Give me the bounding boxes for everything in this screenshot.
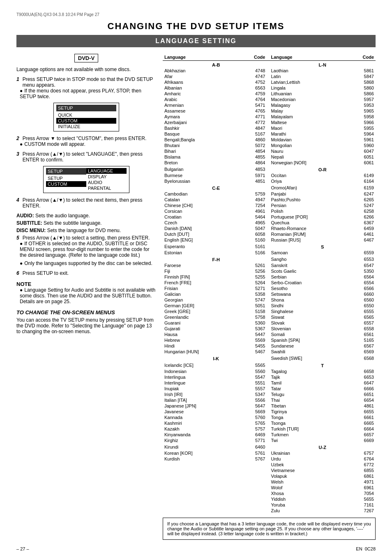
- lang-name-left: Czech: [163, 220, 236, 226]
- lang-name-right: Ukrainian: [269, 450, 347, 456]
- lang-code-right: 6561: [347, 332, 376, 337]
- lang-name-left: Amharic: [163, 91, 236, 97]
- lang-name-right: Somali: [269, 332, 347, 337]
- lang-code-right: 6555: [347, 309, 376, 314]
- lang-code-right: 6560: [347, 297, 376, 303]
- page: T9000UA(EN).QX3 04.3.8 10:24 PM Page 27 …: [0, 0, 392, 555]
- lang-code-left: 5160: [236, 237, 270, 243]
- lang-name-right: Lingala: [269, 85, 347, 91]
- lang-code-left: 5166: [236, 250, 270, 256]
- right-section-header: S: [269, 243, 376, 250]
- lang-code-left: 5347: [236, 391, 270, 397]
- lang-name-right: Thai: [269, 397, 347, 403]
- lang-name-left: Bashkir: [163, 125, 236, 131]
- lang-name-right: Turkish [TUR]: [269, 426, 347, 432]
- step-4: 4 Press Arrow (▲/▼) to select the next i…: [16, 197, 156, 209]
- lang-code-right: 6553: [347, 256, 376, 263]
- lang-name-right: Persian: [269, 203, 347, 208]
- note-section: NOTE Language Setting for Audio and Subt…: [16, 281, 156, 304]
- lang-code-right: 5958: [347, 114, 376, 120]
- lang-name-left: Javanese: [163, 409, 236, 415]
- lang-code-right: 6564: [347, 274, 376, 280]
- section-title: LANGUAGE SETTING: [16, 35, 376, 47]
- lang-code-left: 5647: [236, 403, 270, 409]
- lang-name-left: Kannada: [163, 415, 236, 420]
- lang-code-left: 6460: [236, 443, 270, 450]
- lang-name-right: Quechua: [269, 220, 347, 226]
- step-5: 5 Press Arrow (▲/▼) to select a setting,…: [16, 235, 156, 266]
- menu-box2-left: SETUP SETUP CUSTOM: [46, 168, 86, 191]
- lang-name-right: Rhaeto-Romance: [269, 226, 347, 231]
- lang-name-left: Kinyarwanda: [163, 432, 236, 438]
- lang-code-right: 5165: [347, 337, 376, 343]
- lang-name-left: Byelorussian: [163, 178, 236, 184]
- to-change-text: You can access the TV SETUP menu by pres…: [16, 317, 156, 334]
- step-5-text: Press Arrow (▲/▼) to select a setting, t…: [23, 235, 150, 241]
- lang-name-left: Azerbaijani: [163, 120, 236, 125]
- left-section-header: I-K: [163, 355, 269, 362]
- lang-code-left: 4759: [236, 91, 270, 97]
- lang-code-right: 6247: [347, 191, 376, 197]
- lang-name-left: Interlingua: [163, 374, 236, 380]
- lang-code-left: 5566: [236, 397, 270, 403]
- lang-code-right: 6461: [347, 231, 376, 237]
- lang-code-right: 5960: [347, 143, 376, 148]
- lang-code-right: 6654: [347, 397, 376, 403]
- lang-name-right: Tagalog: [269, 368, 347, 374]
- dvd-v-label: DVD-V: [74, 54, 98, 62]
- lang-name-right: Moldavian: [269, 137, 347, 143]
- lang-name-left: Faroese: [163, 263, 236, 268]
- menu-item-parental: PARENTAL: [86, 185, 127, 191]
- lang-name-left: Afar: [163, 74, 236, 79]
- lang-code-left: 4747: [236, 74, 270, 79]
- lang-code-right: 6660: [347, 291, 376, 297]
- lang-code-left: 7254: [236, 203, 270, 208]
- lang-code-right: 6961: [347, 485, 376, 491]
- lang-name-left: Chinese [CHI]: [163, 203, 236, 208]
- lang-code-right: 5868: [347, 79, 376, 85]
- bottom-note: If you choose a Language that has a 3 le…: [163, 518, 376, 540]
- step-4-text: Press Arrow (▲/▼) to select the next ite…: [23, 197, 156, 209]
- menu-item-language: LANGUAGE: [86, 168, 127, 174]
- lang-name-left: English [ENG]: [163, 237, 236, 243]
- lang-name-left: Japanese [JPN]: [163, 403, 236, 409]
- lang-name-left: Interlingue: [163, 380, 236, 386]
- lang-name-left: Bhutani: [163, 143, 236, 148]
- lang-name-right: Macedonian: [269, 97, 347, 102]
- lang-name-right: Twi: [269, 438, 347, 443]
- lang-code-right: 6658: [347, 368, 376, 374]
- lang-code-right: 7161: [347, 502, 376, 508]
- lang-name-left: French [FRE]: [163, 280, 236, 286]
- lang-code-right: 6664: [347, 426, 376, 432]
- lang-name-left: Indonesian: [163, 368, 236, 374]
- content-area: DVD-V Language options are not available…: [16, 54, 376, 540]
- lang-name-left: Korean [KOR]: [163, 450, 236, 456]
- lang-code-right: 6669: [347, 438, 376, 443]
- lang-name-left: Danish [DAN]: [163, 226, 236, 231]
- lang-name-left: Inupiak: [163, 386, 236, 391]
- lang-name-right: Volapuk: [269, 473, 347, 479]
- lang-name-right: Singhalese: [269, 309, 347, 314]
- lang-name-right: Sanskrit: [269, 263, 347, 268]
- lang-name-right: Swahili: [269, 349, 347, 355]
- lang-name-left: Kirghiz: [163, 438, 236, 443]
- lang-name-right: Romanian [RUM]: [269, 231, 347, 237]
- step-5-number: 5: [16, 235, 19, 241]
- label-subtitle: SUBTITLE: Sets the subtitle language.: [16, 220, 156, 226]
- lang-code-right: 4861: [347, 403, 376, 409]
- step-2-text: Press Arrow ▼ to select "CUSTOM", then p…: [23, 136, 147, 141]
- lang-code-left: 4864: [236, 160, 270, 166]
- lang-name-right: Pashto;Pushto: [269, 197, 347, 203]
- note-title: NOTE: [16, 281, 156, 287]
- menu-item-custom: CUSTOM: [56, 118, 116, 124]
- lang-name-left: Aymara: [163, 114, 236, 120]
- lang-code-left: 5551: [236, 380, 270, 386]
- lang-name-left: Croatian: [163, 214, 236, 220]
- lang-code-right: 6647: [347, 380, 376, 386]
- lang-code-left: 5761: [236, 450, 270, 456]
- lang-code-right: 6757: [347, 450, 376, 456]
- lang-code-left: 4854: [236, 148, 270, 154]
- step-5-bullet-2: Only the languages supported by the disc…: [20, 260, 156, 266]
- lang-name-left: Italian [ITA]: [163, 397, 236, 403]
- lang-name-right: Setswana: [269, 291, 347, 297]
